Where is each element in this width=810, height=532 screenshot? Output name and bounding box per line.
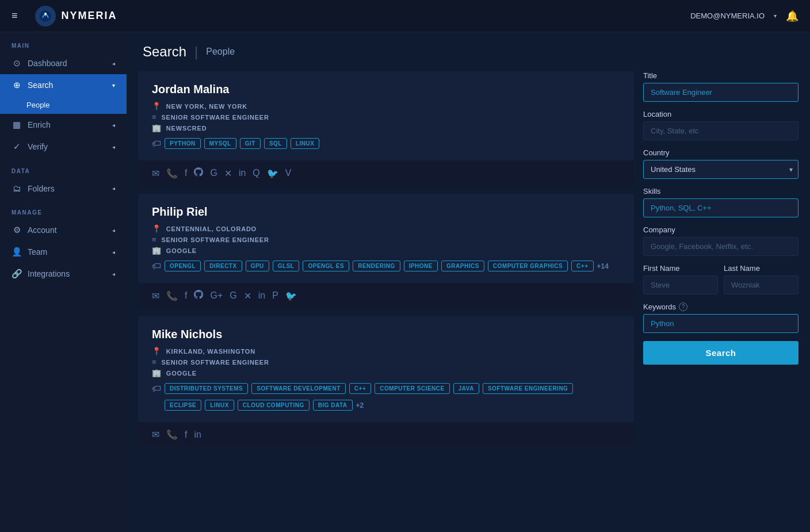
skill-tag[interactable]: DISTRIBUTED SYSTEMS [165, 383, 248, 394]
person-title: ≡ SENIOR SOFTWARE ENGINEER [152, 358, 620, 366]
email-icon[interactable]: ✉ [152, 429, 159, 440]
verify-icon: ✓ [12, 141, 22, 152]
last-name-input[interactable] [724, 275, 798, 294]
skill-tag[interactable]: GRAPHICS [441, 261, 484, 271]
chevron-icon: ◂ [112, 249, 115, 255]
content-body: Jordan Malina 📍 NEW YORK, NEW YORK ≡ SEN… [127, 66, 810, 532]
user-email[interactable]: DEMO@NYMERIA.IO [690, 12, 765, 20]
sidebar-item-folders[interactable]: 🗂 Folders ◂ [0, 178, 127, 199]
skill-tag[interactable]: SOFTWARE DEVELOPMENT [251, 383, 346, 394]
notification-bell-icon[interactable]: 🔔 [786, 10, 798, 22]
xing-icon[interactable]: ✕ [244, 290, 251, 301]
skill-tag[interactable]: SQL [264, 138, 287, 149]
country-select[interactable]: United States Canada United Kingdom Germ… [643, 160, 798, 179]
chevron-icon: ◂ [112, 227, 115, 234]
skill-tag[interactable]: ECLIPSE [165, 400, 201, 411]
user-dropdown-arrow[interactable]: ▾ [774, 13, 777, 19]
twitter-icon[interactable]: 🐦 [285, 290, 297, 301]
skill-tag[interactable]: GLSL [273, 261, 300, 271]
search-button[interactable]: Search [643, 341, 798, 365]
sidebar-section-main: MAIN [0, 32, 127, 52]
keywords-input[interactable] [643, 314, 798, 333]
linkedin-icon[interactable]: in [258, 290, 265, 301]
skill-tag[interactable]: BIG DATA [313, 400, 353, 411]
skill-tag[interactable]: C++ [349, 383, 371, 394]
phone-icon[interactable]: 📞 [166, 168, 178, 179]
skill-tag[interactable]: MYSQL [204, 138, 236, 149]
company-text: NEWSCRED [166, 125, 207, 132]
sidebar-item-verify[interactable]: ✓ Verify ◂ [0, 136, 127, 158]
quora-icon[interactable]: Q [253, 168, 259, 178]
contact-row-philip: ✉ 📞 f G+ G ✕ in P 🐦 [138, 283, 634, 308]
result-card-jordan-malina: Jordan Malina 📍 NEW YORK, NEW YORK ≡ SEN… [138, 71, 634, 160]
skill-tag[interactable]: C++ [571, 261, 593, 271]
filter-panel: Title Location Country United States Can… [643, 71, 798, 526]
contact-row-mike: ✉ 📞 f in [138, 422, 634, 447]
skill-tag[interactable]: JAVA [453, 383, 479, 394]
name-row: First Name Last Name [643, 264, 798, 294]
facebook-icon[interactable]: f [185, 290, 187, 301]
hamburger-icon[interactable]: ≡ [12, 10, 18, 22]
skill-tag[interactable]: GPU [246, 261, 269, 271]
skill-tag[interactable]: OPENGL [165, 261, 201, 271]
phone-icon[interactable]: 📞 [166, 290, 178, 301]
gravatar-icon[interactable]: G [210, 168, 217, 178]
facebook-icon[interactable]: f [185, 168, 187, 178]
sidebar-item-team[interactable]: 👤 Team ◂ [0, 241, 127, 263]
more-skills-count: +14 [597, 262, 609, 270]
skill-tag[interactable]: DIRECTX [204, 261, 242, 271]
company-input[interactable] [643, 237, 798, 256]
filter-label-company: Company [643, 225, 798, 234]
phone-icon[interactable]: 📞 [166, 429, 178, 440]
sidebar-item-search[interactable]: ⊕ Search ▾ [0, 74, 127, 96]
location-input[interactable] [643, 121, 798, 140]
skills-icon: 🏷 [152, 384, 161, 394]
person-name: Jordan Malina [152, 83, 620, 96]
sidebar-section-manage: MANAGE [0, 199, 127, 219]
twitter-icon[interactable]: 🐦 [267, 168, 278, 179]
github-icon[interactable] [194, 167, 203, 179]
filter-group-location: Location [643, 110, 798, 140]
googleplus-icon[interactable]: G+ [210, 290, 223, 301]
sidebar-item-label-verify: Verify [28, 142, 48, 151]
first-name-input[interactable] [643, 275, 718, 294]
vimeo-icon[interactable]: V [285, 168, 292, 178]
skills-input[interactable] [643, 198, 798, 217]
sidebar-item-integrations[interactable]: 🔗 Integrations ◂ [0, 263, 127, 285]
sidebar-item-account[interactable]: ⚙ Account ◂ [0, 219, 127, 241]
skill-tag[interactable]: LINUX [205, 400, 234, 411]
filter-group-names: First Name Last Name [643, 264, 798, 294]
sidebar-item-dashboard[interactable]: ⊙ Dashboard ◂ [0, 52, 127, 74]
sidebar-item-enrich[interactable]: ▦ Enrich ◂ [0, 114, 127, 136]
skill-tag[interactable]: PYTHON [165, 138, 201, 149]
filter-group-skills: Skills [643, 187, 798, 217]
skill-tag[interactable]: IPHONE [404, 261, 438, 271]
linkedin-icon[interactable]: in [239, 168, 246, 178]
skill-tag[interactable]: OPENGL ES [303, 261, 349, 271]
location-text: KIRKLAND, WASHINGTON [166, 348, 255, 355]
content-area: Search | People Jordan Malina 📍 NEW YORK… [127, 32, 810, 532]
skill-tag[interactable]: RENDERING [353, 261, 400, 271]
facebook-icon[interactable]: f [185, 430, 187, 440]
sidebar-sub-item-people[interactable]: People [0, 96, 127, 114]
email-icon[interactable]: ✉ [152, 168, 159, 179]
keywords-help-icon[interactable]: ? [679, 303, 687, 311]
integrations-icon: 🔗 [12, 269, 22, 279]
github-icon[interactable] [194, 290, 203, 301]
skill-tag[interactable]: CLOUD COMPUTING [238, 400, 310, 411]
title-input[interactable] [643, 83, 798, 102]
email-icon[interactable]: ✉ [152, 290, 159, 301]
xing-icon[interactable]: ✕ [224, 168, 232, 179]
country-select-wrapper: United States Canada United Kingdom Germ… [643, 160, 798, 179]
sidebar-item-label-folders: Folders [28, 184, 55, 193]
linkedin-icon[interactable]: in [194, 430, 201, 440]
skill-tag[interactable]: COMPUTER GRAPHICS [488, 261, 568, 271]
pinterest-icon[interactable]: P [272, 290, 278, 301]
skill-tag[interactable]: LINUX [291, 138, 320, 149]
skill-tag[interactable]: SOFTWARE ENGINEERING [483, 383, 573, 394]
filter-label-first-name: First Name [643, 264, 718, 273]
skill-tag[interactable]: GIT [240, 138, 261, 149]
skill-tag[interactable]: COMPUTER SCIENCE [375, 383, 449, 394]
gravatar-icon[interactable]: G [230, 290, 236, 301]
result-card-mike-nichols: Mike Nichols 📍 KIRKLAND, WASHINGTON ≡ SE… [138, 316, 634, 422]
